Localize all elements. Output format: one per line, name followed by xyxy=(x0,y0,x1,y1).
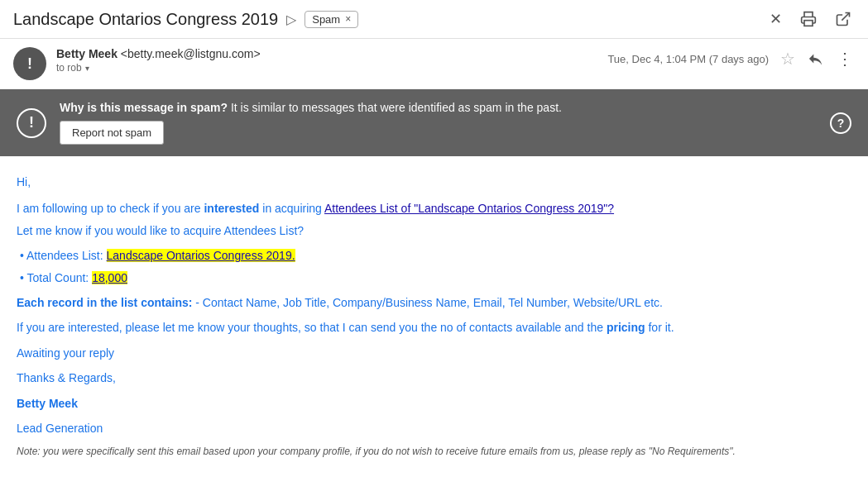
spam-badge-label: Spam xyxy=(312,13,340,26)
forward-arrow-icon: ▷ xyxy=(286,12,296,27)
sender-name: Betty Meek <betty.meek@listgnu.com> xyxy=(56,47,597,60)
bullet1-prefix: • Attendees List: xyxy=(20,249,107,262)
attendees-link[interactable]: Attendees List of "Landscape Ontarios Co… xyxy=(324,202,614,215)
spam-badge: Spam × xyxy=(305,11,358,28)
report-not-spam-button[interactable]: Report not spam xyxy=(60,121,164,145)
spam-banner: ! Why is this message in spam? It is sim… xyxy=(0,89,868,156)
sender-signature-name: Betty Meek xyxy=(17,394,851,413)
new-tab-button[interactable] xyxy=(832,9,855,29)
bullet-item-count: • Total Count: 18,000 xyxy=(20,269,851,287)
intro-text: I am following up to check if you are xyxy=(17,202,204,215)
sender-to-label: to rob xyxy=(56,62,82,74)
header-actions: ✕ xyxy=(766,8,855,30)
more-options-button[interactable]: ⋮ xyxy=(835,47,855,70)
sender-details: Betty Meek <betty.meek@listgnu.com> to r… xyxy=(56,47,597,74)
sender-email: <betty.meek@listgnu.com> xyxy=(121,47,261,60)
bullet2-prefix: • Total Count: xyxy=(20,271,92,284)
sender-title: Lead Generation xyxy=(17,419,851,437)
sender-action-icons: ☆ ⋮ xyxy=(779,47,855,70)
pricing-bold: pricing xyxy=(607,321,645,334)
intro-bold: interested xyxy=(204,202,259,215)
spam-help-icon[interactable]: ? xyxy=(830,112,851,134)
to-dropdown-icon[interactable]: ▾ xyxy=(85,64,89,73)
spam-banner-body: It is similar to messages that were iden… xyxy=(228,101,562,114)
avatar-icon: ! xyxy=(27,55,32,73)
intro-rest: in acquiring xyxy=(259,202,324,215)
email-subject-title: Landscape Ontarios Congress 2019 xyxy=(13,10,278,29)
bullet-list: • Attendees List: Landscape Ontarios Con… xyxy=(17,246,851,287)
spam-warning-icon: ! xyxy=(17,108,46,138)
svg-rect-0 xyxy=(804,21,813,26)
bullet-item-attendees: • Attendees List: Landscape Ontarios Con… xyxy=(20,246,851,265)
close-button[interactable]: ✕ xyxy=(766,8,785,30)
sender-display-name: Betty Meek xyxy=(56,47,117,60)
spam-banner-content: Why is this message in spam? It is simil… xyxy=(60,101,562,145)
sender-meta: Tue, Dec 4, 1:04 PM (7 days ago) ☆ ⋮ xyxy=(607,47,855,70)
record-line: Each record in the list contains: - Cont… xyxy=(17,293,851,312)
email-body: Hi, I am following up to check if you ar… xyxy=(0,156,868,483)
bullet1-link[interactable]: Landscape Ontarios Congress 2019. xyxy=(107,249,295,262)
regards-section: Thanks & Regards, xyxy=(17,369,851,387)
awaiting-line: Awaiting your reply xyxy=(17,344,851,362)
note-line: Note: you were specifically sent this em… xyxy=(17,444,851,460)
print-button[interactable] xyxy=(797,9,820,29)
sender-row: ! Betty Meek <betty.meek@listgnu.com> to… xyxy=(0,39,868,89)
thoughts-line: If you are interested, please let me kno… xyxy=(17,318,851,336)
thoughts-text: If you are interested, please let me kno… xyxy=(17,321,607,334)
email-header-bar: Landscape Ontarios Congress 2019 ▷ Spam … xyxy=(0,0,868,39)
thoughts-end: for it. xyxy=(645,321,674,334)
avatar: ! xyxy=(13,47,46,80)
star-button[interactable]: ☆ xyxy=(779,47,797,70)
sender-to-row: to rob ▾ xyxy=(56,62,597,74)
acquire-line: Let me know if you would like to acquire… xyxy=(17,222,851,240)
spam-banner-bold: Why is this message in spam? xyxy=(60,101,228,114)
email-greeting: Hi, xyxy=(17,173,851,191)
email-intro-line: I am following up to check if you are in… xyxy=(17,199,851,217)
email-subject-area: Landscape Ontarios Congress 2019 ▷ Spam … xyxy=(13,10,766,29)
bullet2-count: 18,000 xyxy=(92,271,127,284)
sender-date: Tue, Dec 4, 1:04 PM (7 days ago) xyxy=(607,53,769,65)
record-label: Each record in the list contains: xyxy=(17,296,192,309)
reply-button[interactable] xyxy=(805,50,827,68)
svg-line-1 xyxy=(842,13,849,21)
spam-banner-text: Why is this message in spam? It is simil… xyxy=(60,101,562,114)
spam-banner-left: ! Why is this message in spam? It is sim… xyxy=(17,101,562,145)
record-rest: - Contact Name, Job Title, Company/Busin… xyxy=(192,296,663,309)
spam-badge-close[interactable]: × xyxy=(345,13,351,25)
